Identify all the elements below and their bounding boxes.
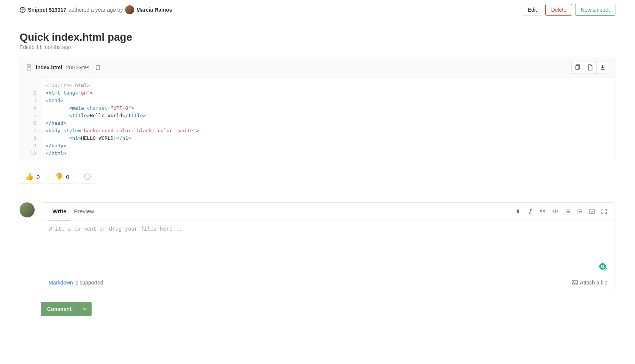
svg-point-5 [88, 176, 89, 176]
current-user-avatar[interactable] [20, 202, 35, 217]
svg-text:3: 3 [577, 212, 578, 214]
bullet-list-button[interactable] [565, 208, 571, 215]
svg-point-4 [86, 176, 87, 176]
thumbs-down-count: 0 [66, 174, 69, 180]
svg-rect-1 [96, 66, 99, 70]
svg-rect-13 [572, 280, 577, 285]
delete-button[interactable]: Delete [545, 4, 572, 16]
globe-icon [20, 7, 26, 13]
markdown-supported-text: is supported [73, 280, 103, 286]
markdown-link[interactable]: Markdown [49, 280, 73, 286]
file-icon [26, 64, 32, 70]
comment-input[interactable] [49, 226, 607, 271]
bold-button[interactable] [515, 208, 522, 215]
file-name[interactable]: index.html [36, 64, 62, 70]
grammarly-icon: G [599, 263, 606, 270]
bold-icon [516, 209, 521, 214]
comment-submit-button[interactable]: Comment [41, 302, 78, 316]
task-list-button[interactable] [589, 208, 595, 215]
svg-point-8 [566, 213, 566, 213]
attach-file-button[interactable]: Attach a file [572, 280, 607, 286]
thumbs-up-icon: 👍 [25, 173, 34, 180]
authored-text: authored a year ago by [69, 7, 123, 13]
copy-path-button[interactable] [93, 64, 102, 70]
line-numbers: 12345678910 [20, 78, 41, 161]
edited-label: Edited 11 months ago [20, 44, 615, 50]
document-icon [587, 64, 593, 70]
quote-button[interactable] [539, 208, 546, 215]
fullscreen-icon [601, 209, 607, 214]
quote-icon [540, 209, 546, 214]
code-icon [552, 209, 558, 214]
smiley-icon [84, 173, 91, 180]
attach-label: Attach a file [580, 280, 607, 286]
svg-rect-2 [576, 66, 579, 69]
edit-button[interactable]: Edit [522, 4, 542, 16]
copy-icon [95, 64, 101, 70]
header-actions: Edit Delete New snippet [522, 4, 615, 16]
svg-point-7 [566, 211, 566, 212]
image-icon [572, 280, 578, 286]
thumbs-up-count: 0 [37, 174, 40, 180]
svg-point-3 [84, 174, 90, 180]
snippet-id: Snippet $13017 [28, 7, 66, 13]
page-title: Quick index.html page [20, 31, 615, 43]
tab-preview[interactable]: Preview [70, 203, 98, 220]
file-size: 200 Bytes [66, 64, 89, 70]
md-toolbar: 123 [515, 208, 607, 215]
comment-form: Write Preview 123 G Markdown is supporte… [41, 202, 615, 291]
download-button[interactable] [596, 61, 609, 74]
bullet-list-icon [565, 209, 571, 214]
number-list-button[interactable]: 123 [577, 208, 583, 215]
raw-button[interactable] [584, 61, 597, 74]
author-link[interactable]: Marcia Ramos [136, 7, 172, 13]
italic-button[interactable] [527, 208, 534, 215]
copy-contents-button[interactable] [571, 61, 584, 74]
number-list-icon: 123 [577, 209, 583, 214]
thumbs-down-button[interactable]: 👎 0 [49, 170, 75, 184]
task-list-icon [589, 209, 595, 214]
download-icon [600, 64, 606, 70]
tab-write[interactable]: Write [49, 203, 70, 220]
code-button[interactable] [552, 208, 559, 215]
svg-point-14 [573, 281, 574, 283]
new-snippet-button[interactable]: New snippet [575, 4, 615, 16]
fullscreen-button[interactable] [601, 208, 607, 215]
file-viewer: index.html 200 Bytes 12345678910 <!DOCTY… [20, 57, 615, 161]
add-reaction-button[interactable] [79, 170, 96, 184]
snippet-meta: Snippet $13017 authored a year ago by Ma… [20, 5, 172, 14]
code-content[interactable]: <!DOCTYPE html><html lang="en"><head> <m… [41, 78, 615, 161]
italic-icon [528, 209, 533, 214]
thumbs-down-icon: 👎 [55, 173, 63, 180]
author-avatar[interactable] [125, 5, 134, 14]
clipboard-icon [575, 64, 581, 70]
chevron-down-icon [83, 308, 87, 310]
svg-point-6 [566, 210, 566, 210]
comment-dropdown-button[interactable] [78, 302, 92, 316]
thumbs-up-button[interactable]: 👍 0 [20, 170, 45, 184]
